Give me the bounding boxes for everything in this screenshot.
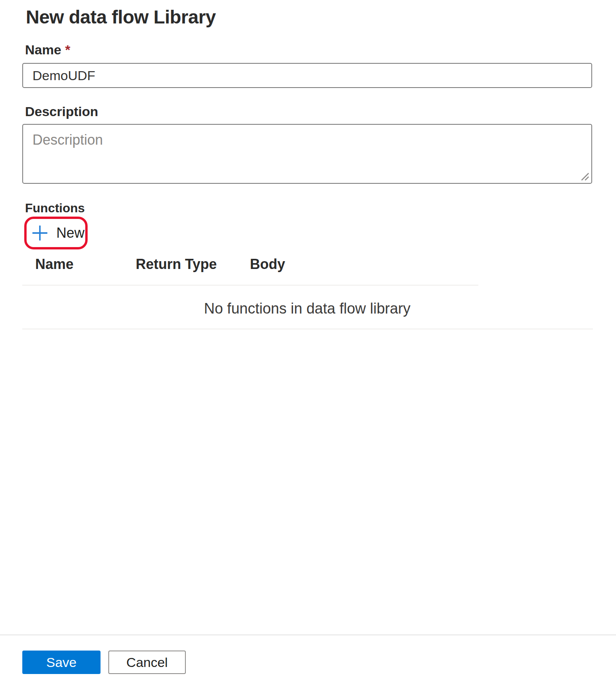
functions-label-text: Functions [25,201,85,215]
new-data-flow-library-panel: New data flow Library Name* Description … [0,0,616,683]
column-header-name: Name [35,256,136,272]
name-input[interactable] [22,63,592,88]
plus-icon [31,224,48,242]
new-button-label: New [56,225,84,241]
required-asterisk: * [65,42,70,57]
cancel-button[interactable]: Cancel [108,651,186,674]
table-header-divider [22,285,478,286]
description-field-label: Description [25,104,98,119]
table-bottom-divider [22,328,593,330]
name-field-label: Name* [25,42,70,57]
page-title: New data flow Library [26,6,216,28]
description-field-wrap [22,124,592,184]
functions-section-label: Functions [25,201,85,215]
column-header-body: Body [250,256,285,272]
save-button[interactable]: Save [22,651,101,674]
functions-table-header-row: Name Return Type Body [22,256,592,272]
column-header-return-type: Return Type [136,256,250,272]
description-label-text: Description [25,104,98,119]
textarea-resize-handle-icon[interactable] [580,172,589,181]
footer-separator-line [0,635,616,635]
new-function-button[interactable]: New [27,220,84,246]
description-input[interactable] [22,124,592,184]
name-label-text: Name [25,42,61,57]
empty-state-message: No functions in data flow library [22,300,592,317]
